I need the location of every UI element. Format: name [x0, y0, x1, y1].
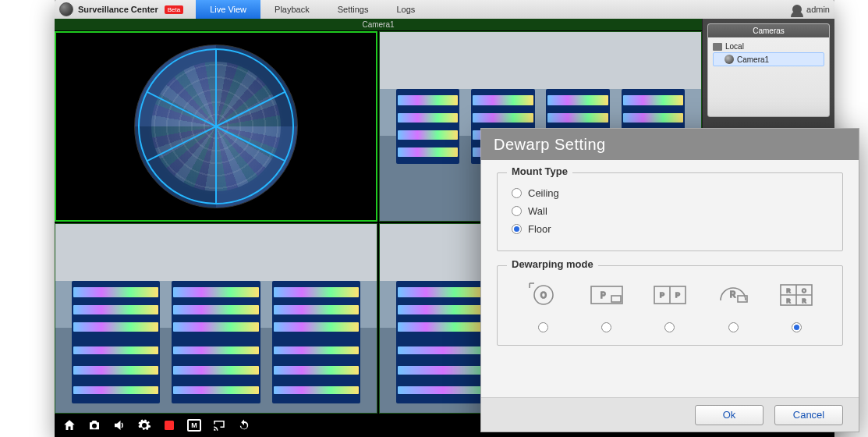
radio-icon [538, 322, 548, 332]
button-label: Ok [723, 409, 736, 421]
tab-live-view[interactable]: Live View [196, 0, 260, 19]
fisheye-overlay-icon [135, 45, 297, 208]
radio-icon [512, 206, 522, 216]
svg-text:R: R [787, 298, 791, 304]
dialog-body: Mount Type Ceiling Wall Floor Dewarping … [481, 160, 859, 368]
mount-option-ceiling[interactable]: Ceiling [512, 184, 828, 202]
svg-rect-18 [591, 286, 622, 304]
cancel-button[interactable]: Cancel [774, 405, 843, 425]
svg-text:R: R [802, 298, 806, 304]
active-camera-label: Camera1 [55, 19, 702, 30]
svg-line-5 [147, 91, 216, 126]
tree-camera-label: Camera1 [737, 55, 769, 64]
svg-text:R: R [787, 288, 791, 293]
svg-text:R: R [730, 290, 735, 299]
main-tabs: Live View Playback Settings Logs [196, 0, 429, 19]
cameras-panel-title: Cameras [708, 24, 829, 37]
svg-line-1 [216, 91, 285, 126]
radio-icon [601, 322, 611, 332]
volume-icon[interactable] [112, 418, 126, 432]
tab-settings[interactable]: Settings [324, 0, 383, 19]
radio-icon [512, 224, 522, 234]
radio-icon [664, 322, 675, 332]
tab-playback[interactable]: Playback [260, 0, 324, 19]
cast-icon[interactable] [212, 418, 226, 432]
mount-type-legend: Mount Type [507, 165, 572, 177]
dewarp-mode-pp[interactable]: PP [651, 282, 689, 332]
svg-line-4 [147, 126, 216, 162]
mode-r-thumb-icon: R [714, 282, 752, 308]
dewarp-mode-r-thumb[interactable]: R [714, 282, 752, 332]
username: admin [806, 5, 830, 14]
dewarp-setting-dialog: Dewarp Setting Mount Type Ceiling Wall F… [480, 128, 859, 432]
radio-label: Wall [528, 205, 547, 217]
dewarp-mode-original[interactable]: O [525, 282, 562, 332]
fisheye-view [56, 33, 376, 220]
svg-text:P: P [675, 291, 680, 299]
mode-p-thumb-icon: P [588, 282, 625, 308]
ok-button[interactable]: Ok [695, 405, 763, 425]
camera-icon[interactable] [87, 418, 101, 432]
mount-option-wall[interactable]: Wall [512, 202, 828, 220]
radio-icon [512, 188, 522, 198]
record-icon[interactable] [162, 418, 176, 432]
radio-icon [792, 322, 802, 332]
titlebar: Surveillance Center Beta Live View Playb… [55, 0, 834, 19]
tree-camera-item[interactable]: Camera1 [713, 52, 824, 66]
svg-text:O: O [802, 288, 807, 293]
button-label: Cancel [793, 409, 824, 421]
folder-icon [713, 43, 722, 51]
grid-cell-3[interactable] [55, 223, 377, 414]
grid-cell-1[interactable] [55, 31, 377, 222]
tab-label: Settings [338, 5, 369, 14]
svg-text:O: O [540, 291, 547, 300]
dialog-title: Dewarp Setting [481, 129, 859, 160]
camera-icon [725, 55, 734, 64]
user-icon [792, 5, 802, 14]
dewarp-mode-p-thumb[interactable]: P [588, 282, 625, 332]
svg-rect-20 [611, 296, 621, 302]
radio-label: Floor [528, 223, 551, 235]
tab-label: Live View [210, 5, 246, 14]
svg-line-2 [216, 126, 285, 162]
mode-pp-icon: PP [651, 282, 689, 308]
tab-label: Playback [275, 5, 310, 14]
gear-icon[interactable] [137, 418, 151, 432]
m-box-icon[interactable]: M [187, 419, 201, 432]
cameras-panel: Cameras Local Camera1 [707, 23, 830, 117]
dewarping-mode-row: O P PP R [512, 277, 828, 332]
radio-icon [728, 322, 739, 332]
dewarp-mode-4r[interactable]: RORR [778, 282, 815, 332]
mount-type-fieldset: Mount Type Ceiling Wall Floor [497, 172, 843, 251]
radio-label: Ceiling [528, 187, 559, 199]
tab-label: Logs [396, 5, 415, 14]
app-title: Surveillance Center [78, 5, 158, 14]
tab-logs[interactable]: Logs [382, 0, 429, 19]
home-icon[interactable] [62, 418, 76, 432]
refresh-icon[interactable] [237, 418, 251, 432]
mode-4r-icon: RORR [778, 282, 815, 308]
svg-text:P: P [660, 291, 664, 299]
dewarping-mode-fieldset: Dewarping mode O P PP [497, 265, 843, 346]
tree-root-label: Local [725, 42, 744, 51]
mode-original-icon: O [525, 282, 562, 308]
beta-badge: Beta [165, 5, 183, 14]
app-logo-icon [59, 2, 73, 16]
svg-text:P: P [601, 291, 606, 300]
titlebar-right: admin [792, 5, 830, 14]
dewarping-mode-legend: Dewarping mode [507, 258, 598, 270]
svg-point-12 [92, 424, 97, 428]
camera-tree: Local Camera1 [708, 37, 829, 69]
tree-root[interactable]: Local [713, 41, 824, 52]
mount-option-floor[interactable]: Floor [512, 220, 828, 238]
dialog-buttons: Ok Cancel [481, 397, 859, 432]
svg-rect-13 [165, 421, 174, 430]
